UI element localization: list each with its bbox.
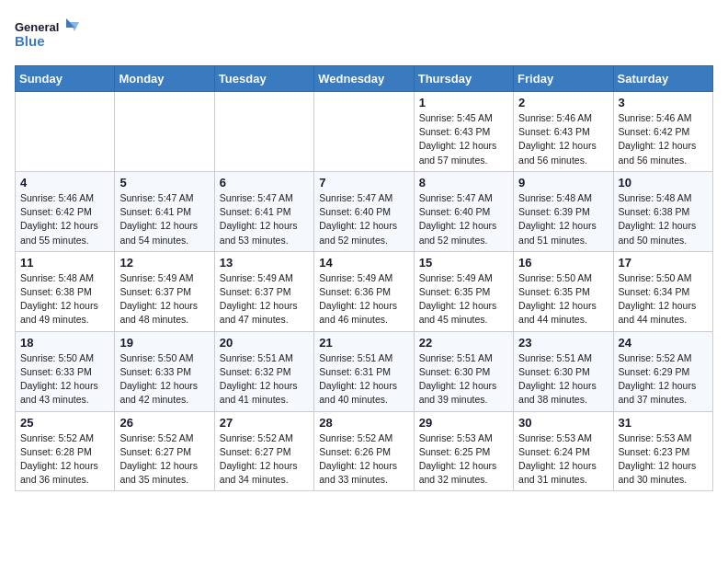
calendar-week-row: 1Sunrise: 5:45 AM Sunset: 6:43 PM Daylig… bbox=[16, 92, 713, 172]
calendar-cell: 28Sunrise: 5:52 AM Sunset: 6:26 PM Dayli… bbox=[314, 411, 414, 491]
day-number: 10 bbox=[619, 176, 708, 190]
day-number: 16 bbox=[518, 256, 608, 270]
calendar-cell: 24Sunrise: 5:52 AM Sunset: 6:29 PM Dayli… bbox=[613, 331, 712, 411]
calendar-cell: 1Sunrise: 5:45 AM Sunset: 6:43 PM Daylig… bbox=[414, 92, 513, 172]
day-info: Sunrise: 5:51 AM Sunset: 6:30 PM Dayligh… bbox=[518, 351, 608, 408]
col-header-wednesday: Wednesday bbox=[314, 66, 414, 92]
day-info: Sunrise: 5:45 AM Sunset: 6:43 PM Dayligh… bbox=[419, 111, 508, 167]
day-number: 13 bbox=[220, 256, 309, 270]
calendar-week-row: 11Sunrise: 5:48 AM Sunset: 6:38 PM Dayli… bbox=[16, 251, 713, 331]
day-info: Sunrise: 5:50 AM Sunset: 6:33 PM Dayligh… bbox=[20, 351, 109, 408]
calendar-cell: 3Sunrise: 5:46 AM Sunset: 6:42 PM Daylig… bbox=[613, 92, 712, 172]
calendar-cell: 15Sunrise: 5:49 AM Sunset: 6:35 PM Dayli… bbox=[414, 251, 513, 331]
day-number: 4 bbox=[20, 176, 109, 190]
calendar-cell: 29Sunrise: 5:53 AM Sunset: 6:25 PM Dayli… bbox=[414, 411, 513, 491]
svg-text:Blue: Blue bbox=[15, 33, 45, 49]
day-number: 9 bbox=[518, 176, 608, 190]
day-number: 2 bbox=[518, 96, 608, 109]
page-header: General Blue bbox=[15, 15, 713, 56]
day-info: Sunrise: 5:51 AM Sunset: 6:31 PM Dayligh… bbox=[319, 351, 408, 408]
day-info: Sunrise: 5:49 AM Sunset: 6:35 PM Dayligh… bbox=[419, 271, 508, 327]
calendar-table: SundayMondayTuesdayWednesdayThursdayFrid… bbox=[15, 65, 713, 491]
calendar-cell: 26Sunrise: 5:52 AM Sunset: 6:27 PM Dayli… bbox=[115, 411, 214, 491]
day-number: 20 bbox=[220, 336, 309, 350]
day-number: 24 bbox=[619, 336, 708, 350]
day-info: Sunrise: 5:49 AM Sunset: 6:37 PM Dayligh… bbox=[220, 271, 309, 327]
day-info: Sunrise: 5:53 AM Sunset: 6:24 PM Dayligh… bbox=[518, 431, 608, 488]
day-info: Sunrise: 5:48 AM Sunset: 6:39 PM Dayligh… bbox=[518, 191, 608, 247]
calendar-cell: 11Sunrise: 5:48 AM Sunset: 6:38 PM Dayli… bbox=[16, 251, 115, 331]
calendar-cell: 17Sunrise: 5:50 AM Sunset: 6:34 PM Dayli… bbox=[613, 251, 712, 331]
day-info: Sunrise: 5:49 AM Sunset: 6:36 PM Dayligh… bbox=[319, 271, 408, 327]
calendar-cell: 9Sunrise: 5:48 AM Sunset: 6:39 PM Daylig… bbox=[514, 171, 613, 251]
calendar-cell: 22Sunrise: 5:51 AM Sunset: 6:30 PM Dayli… bbox=[414, 331, 513, 411]
calendar-week-row: 18Sunrise: 5:50 AM Sunset: 6:33 PM Dayli… bbox=[16, 331, 713, 411]
calendar-cell: 4Sunrise: 5:46 AM Sunset: 6:42 PM Daylig… bbox=[16, 171, 115, 251]
day-number: 21 bbox=[319, 336, 408, 350]
calendar-cell bbox=[16, 92, 115, 172]
day-info: Sunrise: 5:47 AM Sunset: 6:41 PM Dayligh… bbox=[119, 191, 209, 247]
day-number: 30 bbox=[518, 416, 608, 430]
day-number: 23 bbox=[518, 336, 608, 350]
calendar-cell: 13Sunrise: 5:49 AM Sunset: 6:37 PM Dayli… bbox=[214, 251, 313, 331]
col-header-thursday: Thursday bbox=[414, 66, 513, 92]
day-number: 29 bbox=[419, 416, 508, 430]
calendar-cell: 5Sunrise: 5:47 AM Sunset: 6:41 PM Daylig… bbox=[115, 171, 214, 251]
calendar-cell: 10Sunrise: 5:48 AM Sunset: 6:38 PM Dayli… bbox=[613, 171, 712, 251]
calendar-cell: 12Sunrise: 5:49 AM Sunset: 6:37 PM Dayli… bbox=[115, 251, 214, 331]
day-info: Sunrise: 5:48 AM Sunset: 6:38 PM Dayligh… bbox=[619, 191, 708, 247]
day-number: 19 bbox=[119, 336, 209, 350]
day-info: Sunrise: 5:52 AM Sunset: 6:26 PM Dayligh… bbox=[319, 431, 408, 488]
day-number: 5 bbox=[119, 176, 209, 190]
calendar-week-row: 25Sunrise: 5:52 AM Sunset: 6:28 PM Dayli… bbox=[16, 411, 713, 491]
day-info: Sunrise: 5:52 AM Sunset: 6:27 PM Dayligh… bbox=[220, 431, 309, 488]
calendar-cell: 25Sunrise: 5:52 AM Sunset: 6:28 PM Dayli… bbox=[16, 411, 115, 491]
calendar-cell: 7Sunrise: 5:47 AM Sunset: 6:40 PM Daylig… bbox=[314, 171, 414, 251]
day-info: Sunrise: 5:50 AM Sunset: 6:34 PM Dayligh… bbox=[619, 271, 708, 327]
day-info: Sunrise: 5:52 AM Sunset: 6:28 PM Dayligh… bbox=[20, 431, 109, 488]
day-number: 18 bbox=[20, 336, 109, 350]
day-number: 17 bbox=[619, 256, 708, 270]
calendar-cell: 8Sunrise: 5:47 AM Sunset: 6:40 PM Daylig… bbox=[414, 171, 513, 251]
day-info: Sunrise: 5:50 AM Sunset: 6:33 PM Dayligh… bbox=[119, 351, 209, 408]
day-info: Sunrise: 5:47 AM Sunset: 6:41 PM Dayligh… bbox=[220, 191, 309, 247]
day-info: Sunrise: 5:48 AM Sunset: 6:38 PM Dayligh… bbox=[20, 271, 109, 327]
calendar-cell bbox=[314, 92, 414, 172]
day-number: 12 bbox=[119, 256, 209, 270]
calendar-cell: 31Sunrise: 5:53 AM Sunset: 6:23 PM Dayli… bbox=[613, 411, 712, 491]
col-header-tuesday: Tuesday bbox=[214, 66, 313, 92]
day-number: 6 bbox=[220, 176, 309, 190]
calendar-cell: 6Sunrise: 5:47 AM Sunset: 6:41 PM Daylig… bbox=[214, 171, 313, 251]
day-number: 22 bbox=[419, 336, 508, 350]
calendar-header-row: SundayMondayTuesdayWednesdayThursdayFrid… bbox=[16, 66, 713, 92]
day-info: Sunrise: 5:52 AM Sunset: 6:29 PM Dayligh… bbox=[619, 351, 708, 408]
day-number: 8 bbox=[419, 176, 508, 190]
day-number: 14 bbox=[319, 256, 408, 270]
day-info: Sunrise: 5:53 AM Sunset: 6:25 PM Dayligh… bbox=[419, 431, 508, 488]
calendar-cell bbox=[115, 92, 214, 172]
calendar-cell: 2Sunrise: 5:46 AM Sunset: 6:43 PM Daylig… bbox=[514, 92, 613, 172]
calendar-cell bbox=[214, 92, 313, 172]
day-number: 1 bbox=[419, 96, 508, 109]
day-number: 28 bbox=[319, 416, 408, 430]
calendar-cell: 18Sunrise: 5:50 AM Sunset: 6:33 PM Dayli… bbox=[16, 331, 115, 411]
logo: General Blue bbox=[15, 15, 79, 56]
day-info: Sunrise: 5:47 AM Sunset: 6:40 PM Dayligh… bbox=[319, 191, 408, 247]
day-number: 25 bbox=[20, 416, 109, 430]
calendar-cell: 20Sunrise: 5:51 AM Sunset: 6:32 PM Dayli… bbox=[214, 331, 313, 411]
calendar-cell: 14Sunrise: 5:49 AM Sunset: 6:36 PM Dayli… bbox=[314, 251, 414, 331]
day-info: Sunrise: 5:46 AM Sunset: 6:42 PM Dayligh… bbox=[20, 191, 109, 247]
calendar-cell: 30Sunrise: 5:53 AM Sunset: 6:24 PM Dayli… bbox=[514, 411, 613, 491]
day-info: Sunrise: 5:47 AM Sunset: 6:40 PM Dayligh… bbox=[419, 191, 508, 247]
calendar-cell: 23Sunrise: 5:51 AM Sunset: 6:30 PM Dayli… bbox=[514, 331, 613, 411]
day-number: 27 bbox=[220, 416, 309, 430]
day-number: 31 bbox=[619, 416, 708, 430]
day-info: Sunrise: 5:52 AM Sunset: 6:27 PM Dayligh… bbox=[119, 431, 209, 488]
col-header-saturday: Saturday bbox=[613, 66, 712, 92]
day-number: 11 bbox=[20, 256, 109, 270]
day-info: Sunrise: 5:46 AM Sunset: 6:43 PM Dayligh… bbox=[518, 111, 608, 167]
logo-svg: General Blue bbox=[15, 15, 79, 56]
day-info: Sunrise: 5:50 AM Sunset: 6:35 PM Dayligh… bbox=[518, 271, 608, 327]
day-number: 15 bbox=[419, 256, 508, 270]
svg-text:General: General bbox=[15, 20, 59, 34]
